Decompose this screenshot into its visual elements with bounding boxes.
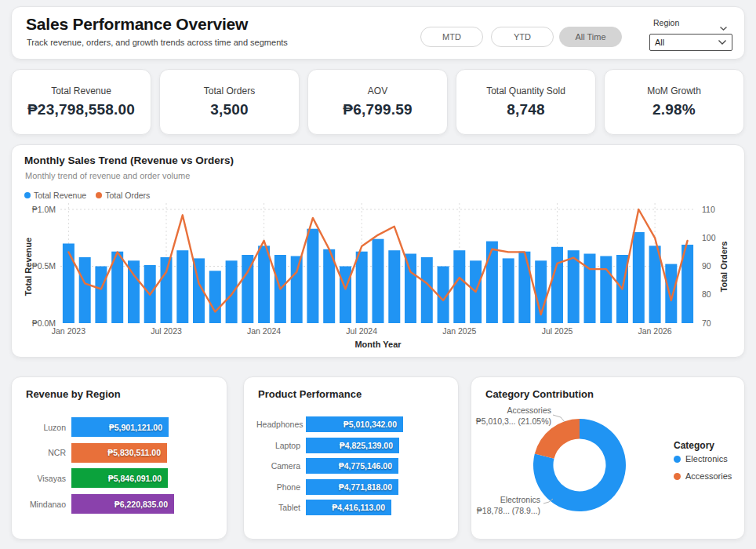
chevron-down-icon	[718, 38, 727, 47]
x-axis-tick: Jan 2025	[442, 326, 476, 336]
trend-bar[interactable]	[388, 250, 400, 323]
dashboard-page: Sales Performance Overview Track revenue…	[0, 0, 756, 549]
bar-headphones[interactable]: ₱5,010,342.00	[306, 416, 403, 432]
trend-bar[interactable]	[258, 245, 270, 323]
bar-category-label: Luzon	[24, 423, 66, 432]
trend-bar[interactable]	[307, 229, 318, 323]
callout-line: ₱5,010,3... (21.05%)	[476, 416, 551, 427]
bar-row-phone: Phone₱4,771,818.00	[256, 479, 450, 495]
legend-dot-icon	[674, 456, 681, 463]
bar-luzon[interactable]: ₱5,901,121.00	[71, 417, 169, 437]
trend-bar[interactable]	[291, 256, 303, 324]
region-bar-chart: Luzon₱5,901,121.00NCR₱5,830,511.00Visaya…	[24, 417, 219, 520]
chevron-down-icon[interactable]	[719, 20, 728, 35]
trend-bar[interactable]	[209, 271, 221, 323]
region-filter-label: Region	[653, 18, 679, 27]
header-card: Sales Performance Overview Track revenue…	[11, 6, 745, 60]
trend-card: Monthly Sales Trend (Revenue vs Orders) …	[11, 144, 745, 358]
time-filter-all-time[interactable]: All Time	[559, 27, 622, 47]
bar-laptop[interactable]: ₱4,825,139.00	[306, 438, 399, 453]
legend-label: Accessories	[685, 471, 732, 481]
right-axis-title: Total Orders	[719, 242, 729, 293]
region-select[interactable]: All	[649, 34, 732, 51]
legend-label: Electronics	[685, 454, 728, 464]
donut-legend-item-electronics[interactable]: Electronics	[674, 454, 732, 464]
donut-legend-title: Category	[674, 440, 714, 451]
bar-value-label: ₱4,771,818.00	[339, 482, 398, 492]
bar-row-laptop: Laptop₱4,825,139.00	[256, 438, 450, 453]
trend-title: Monthly Sales Trend (Revenue vs Orders)	[24, 155, 234, 166]
bar-value-label: ₱5,010,342.00	[343, 420, 403, 429]
right-axis-tick: 110	[702, 205, 715, 214]
x-axis-tick: Jan 2023	[52, 326, 85, 336]
trend-bar[interactable]	[161, 257, 173, 323]
trend-bar[interactable]	[63, 244, 75, 324]
trend-bar[interactable]	[584, 254, 596, 324]
donut-legend-item-accessories[interactable]: Accessories	[674, 471, 732, 481]
kpi-card-aov: AOV₱6,799.59	[307, 69, 448, 135]
region-select-value: All	[655, 38, 718, 47]
bar-category-label: Tablet	[256, 503, 300, 512]
trend-chart[interactable]: ₱0.0M₱0.5M₱1.0MJan 2023Jul 2023Jan 2024J…	[23, 195, 738, 355]
bar-value-label: ₱4,416,113.00	[332, 503, 391, 512]
trend-bar[interactable]	[405, 254, 416, 324]
kpi-value: ₱6,799.59	[308, 101, 447, 118]
trend-bar[interactable]	[340, 267, 351, 324]
trend-bar[interactable]	[95, 267, 107, 324]
bar-row-headphones: Headphones₱5,010,342.00	[256, 416, 450, 432]
right-axis-tick: 70	[702, 318, 711, 328]
x-axis-tick: Jul 2024	[346, 326, 377, 336]
x-axis-tick: Jan 2026	[638, 326, 671, 336]
callout-leader-line	[553, 415, 565, 422]
trend-bar[interactable]	[665, 264, 677, 323]
bar-mindanao[interactable]: ₱6,220,835.00	[71, 494, 174, 514]
trend-bar[interactable]	[600, 256, 612, 324]
trend-bar[interactable]	[356, 252, 368, 323]
left-axis-tick: ₱0.5M	[32, 261, 56, 271]
time-filter-mtd[interactable]: MTD	[420, 27, 483, 47]
trend-bar[interactable]	[453, 250, 465, 323]
trend-bar[interactable]	[176, 250, 188, 323]
trend-bar[interactable]	[518, 252, 530, 323]
trend-bars	[63, 229, 693, 323]
bar-value-label: ₱5,901,121.00	[109, 423, 169, 432]
trend-bar[interactable]	[551, 247, 563, 323]
kpi-label: AOV	[308, 85, 447, 96]
right-axis-tick: 80	[702, 289, 711, 299]
trend-bar[interactable]	[79, 257, 91, 323]
time-filter-ytd[interactable]: YTD	[491, 27, 554, 47]
trend-bar[interactable]	[633, 232, 645, 323]
bar-visayas[interactable]: ₱5,846,091.00	[71, 468, 168, 488]
donut-legend: ElectronicsAccessories	[674, 454, 732, 481]
trend-subtitle: Monthly trend of revenue and order volum…	[25, 171, 190, 180]
bar-category-label: Phone	[256, 482, 300, 492]
trend-bar[interactable]	[226, 260, 238, 323]
kpi-label: Total Revenue	[12, 85, 151, 96]
product-chart-card: Product Performance Headphones₱5,010,342…	[243, 376, 459, 540]
bar-value-label: ₱5,830,511.00	[107, 448, 167, 457]
bar-ncr[interactable]: ₱5,830,511.00	[71, 443, 167, 463]
kpi-value: ₱23,798,558.00	[12, 101, 151, 118]
bar-value-label: ₱4,825,139.00	[340, 441, 399, 450]
bar-value-label: ₱4,775,146.00	[339, 461, 398, 471]
trend-bar[interactable]	[421, 257, 433, 323]
bar-category-label: Laptop	[256, 441, 300, 450]
bar-tablet[interactable]: ₱4,416,113.00	[306, 500, 391, 515]
kpi-card-total-orders: Total Orders3,500	[159, 69, 300, 135]
bar-category-label: Camera	[256, 461, 300, 471]
bar-camera[interactable]: ₱4,775,146.00	[306, 458, 398, 474]
bar-phone[interactable]: ₱4,771,818.00	[306, 479, 398, 495]
bar-value-label: ₱5,846,091.00	[108, 474, 168, 483]
bar-row-camera: Camera₱4,775,146.00	[256, 458, 450, 474]
kpi-label: MoM Growth	[605, 85, 743, 96]
bar-row-mindanao: Mindanao₱6,220,835.00	[24, 494, 219, 514]
trend-bar[interactable]	[503, 258, 514, 323]
kpi-value: 2.98%	[605, 101, 743, 118]
bar-category-label: NCR	[24, 448, 66, 457]
trend-bar[interactable]	[486, 242, 498, 323]
callout-line: Electronics	[477, 495, 540, 506]
trend-bar[interactable]	[373, 239, 384, 323]
bar-row-ncr: NCR₱5,830,511.00	[24, 443, 219, 463]
x-axis-tick: Jul 2023	[151, 326, 182, 336]
donut-chart-card: Category Contribution Accessories ₱5,010…	[471, 376, 745, 540]
